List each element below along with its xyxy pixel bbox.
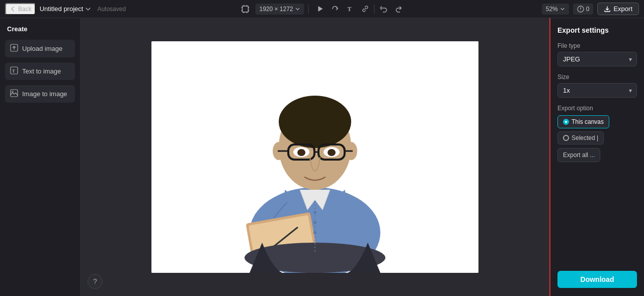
- file-type-select[interactable]: JPEG PNG WebP SVG: [557, 52, 637, 66]
- zoom-button[interactable]: 52%: [542, 4, 569, 15]
- export-label: Export: [613, 5, 632, 13]
- canvas-image: [151, 41, 478, 273]
- back-label: Back: [18, 6, 32, 13]
- canvas-content: [151, 41, 478, 273]
- export-option-section: Export option This canvas Selected | Exp…: [557, 105, 637, 162]
- this-canvas-option[interactable]: This canvas: [557, 115, 609, 128]
- export-option-label: Export option: [557, 105, 637, 112]
- upload-icon: [10, 44, 18, 53]
- toolbar-divider: [308, 5, 309, 14]
- export-panel-title: Export settings: [557, 26, 637, 34]
- export-button[interactable]: Export: [597, 3, 639, 15]
- size-label: Size: [557, 73, 637, 81]
- frame-icon-button[interactable]: [238, 2, 252, 16]
- image-to-image-icon: [10, 89, 18, 99]
- sidebar-img-label: Image to image: [22, 90, 67, 98]
- export-panel: Export settings File type JPEG PNG WebP …: [549, 18, 644, 296]
- text-icon: T: [346, 5, 354, 13]
- file-type-select-wrapper[interactable]: JPEG PNG WebP SVG: [557, 52, 637, 66]
- svg-rect-17: [11, 90, 18, 97]
- frame-icon: [241, 5, 249, 13]
- create-label: Create: [5, 25, 75, 33]
- file-type-label: File type: [557, 42, 637, 49]
- redo-button[interactable]: [392, 2, 406, 16]
- link-icon: [361, 5, 369, 13]
- svg-point-13: [580, 10, 581, 10]
- main-content: Create Upload image T Text to image Imag…: [0, 18, 644, 296]
- play-icon: [316, 5, 324, 13]
- svg-point-42: [313, 221, 316, 224]
- topbar-left: Back Untitled project Autosaved: [5, 3, 126, 15]
- file-type-field: File type JPEG PNG WebP SVG: [557, 42, 637, 66]
- redo-icon: [395, 5, 403, 13]
- notification-icon: [577, 6, 584, 13]
- sidebar-upload-label: Upload image: [22, 45, 62, 52]
- svg-point-33: [297, 149, 305, 156]
- topbar: Back Untitled project Autosaved 1920 × 1…: [0, 0, 644, 18]
- back-arrow-icon: [9, 6, 16, 13]
- this-canvas-radio: [563, 119, 569, 125]
- autosaved-label: Autosaved: [97, 6, 126, 13]
- notification-button[interactable]: 0: [573, 4, 594, 15]
- topbar-center: 1920 × 1272 T: [238, 2, 406, 16]
- text-button[interactable]: T: [343, 2, 357, 16]
- zoom-level: 52%: [546, 6, 558, 13]
- sidebar-item-image-to-image[interactable]: Image to image: [5, 85, 75, 103]
- project-name-text: Untitled project: [40, 5, 84, 13]
- canvas-size-text: 1920 × 1272: [259, 6, 293, 13]
- undo-button[interactable]: [377, 2, 391, 16]
- toolbar-divider-2: [374, 5, 375, 14]
- refresh-icon: [331, 5, 339, 13]
- sidebar-text-label: Text to image: [22, 67, 61, 75]
- text-to-image-icon: T: [10, 66, 18, 76]
- dropdown-arrow-icon: [85, 6, 91, 12]
- svg-point-23: [279, 96, 351, 148]
- undo-icon: [380, 5, 387, 13]
- canvas-area[interactable]: ?: [80, 18, 549, 296]
- size-select-wrapper[interactable]: 0.5x 1x 2x 3x 4x: [557, 83, 637, 98]
- help-button[interactable]: ?: [88, 274, 103, 289]
- help-icon: ?: [93, 277, 97, 285]
- selected-label: Selected |: [572, 134, 598, 141]
- svg-point-41: [313, 211, 316, 214]
- export-all-label: Export all ...: [563, 152, 595, 159]
- svg-text:T: T: [347, 6, 351, 13]
- canvas-size-button[interactable]: 1920 × 1272: [255, 4, 304, 15]
- svg-text:T: T: [12, 68, 15, 73]
- svg-point-43: [313, 231, 316, 234]
- notification-count: 0: [586, 6, 590, 13]
- sidebar-item-text-to-image[interactable]: T Text to image: [5, 62, 75, 80]
- export-all-button[interactable]: Export all ...: [557, 148, 600, 162]
- zoom-dropdown-icon: [560, 7, 565, 12]
- svg-rect-0: [242, 6, 248, 12]
- selected-radio: [563, 135, 569, 141]
- project-name: Untitled project: [40, 5, 92, 13]
- svg-point-34: [328, 149, 336, 156]
- canvas-size-dropdown-icon: [295, 7, 300, 12]
- back-button[interactable]: Back: [5, 3, 36, 15]
- download-button[interactable]: Download: [557, 271, 637, 288]
- svg-marker-9: [318, 6, 323, 12]
- play-button[interactable]: [313, 2, 327, 16]
- refresh-button[interactable]: [328, 2, 342, 16]
- size-field: Size 0.5x 1x 2x 3x 4x: [557, 73, 637, 98]
- link-button[interactable]: [358, 2, 372, 16]
- toolbar-icons: T: [313, 2, 406, 16]
- download-label: Download: [581, 275, 614, 283]
- left-sidebar: Create Upload image T Text to image Imag…: [0, 18, 80, 296]
- size-select[interactable]: 0.5x 1x 2x 3x 4x: [557, 83, 637, 98]
- topbar-right: 52% 0 Export: [542, 3, 639, 15]
- selected-option[interactable]: Selected |: [557, 131, 604, 144]
- sidebar-item-upload[interactable]: Upload image: [5, 40, 75, 57]
- export-icon: [604, 6, 611, 13]
- this-canvas-label: This canvas: [572, 118, 604, 125]
- export-options-row: This canvas Selected |: [557, 115, 637, 144]
